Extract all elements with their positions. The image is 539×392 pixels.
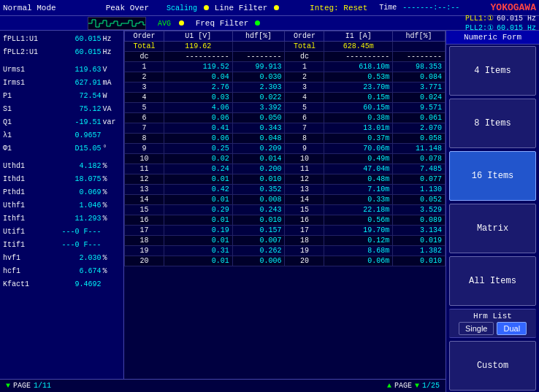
hdf-i-17: 0.019: [393, 236, 446, 246]
btn-single[interactable]: Single: [459, 322, 494, 335]
left-row-label: Ithf1: [3, 215, 53, 223]
hdf-i-2: 3.771: [393, 82, 446, 93]
time-label: Time: [379, 4, 397, 12]
left-row-value: 60.015: [55, 48, 102, 56]
col-hdf-u: hdf[%]: [232, 31, 285, 42]
table-row: 4 0.03 0.022 4 0.15m 0.024: [125, 93, 446, 103]
hrm-list-label: Hrm List: [473, 312, 512, 320]
line-filter-label: Line Filter: [215, 4, 268, 12]
btn-all-items[interactable]: All Items: [449, 256, 536, 306]
order-i-17: 18: [285, 236, 324, 246]
right-page-nav[interactable]: ▲ PAGE ▼ 1/25: [387, 382, 440, 390]
left-row: S1 75.12 VA: [0, 102, 123, 115]
dc-val-u: ----------: [164, 52, 232, 62]
val-i-7: 0.37m: [324, 134, 393, 144]
btn-matrix[interactable]: Matrix: [449, 204, 536, 253]
left-row-label: P1: [3, 92, 53, 100]
order-u-14: 15: [125, 205, 164, 215]
top-bar: Normal Mode Peak Over Scaling Line Filte…: [0, 0, 539, 16]
left-panel: fPLL1:U1 60.015 Hz fPLL2:U1 60.015 Hz Ur…: [0, 31, 124, 392]
val-i-1: 0.53m: [324, 72, 393, 82]
left-row-value: 60.015: [55, 35, 102, 43]
order-u-9: 10: [125, 154, 164, 164]
btn-dual[interactable]: Dual: [497, 322, 527, 335]
val-i-0: 618.10m: [324, 62, 393, 72]
harmonic-table: Order U1 [V] hdf[%] Order I1 [A] hdf[%] …: [124, 31, 446, 266]
hdf-i-6: 2.070: [393, 123, 446, 134]
val-u-15: 0.01: [164, 215, 232, 226]
time-value: -------:--:--: [402, 4, 459, 12]
left-row-unit: %: [102, 162, 121, 170]
left-row-label: Q1: [3, 118, 53, 126]
btn-8-items[interactable]: 8 Items: [449, 99, 536, 148]
left-row: Utif1 ---0 F---: [0, 225, 123, 238]
left-row-unit: W: [102, 92, 121, 100]
left-row-value: 1.046: [55, 201, 102, 210]
order-u-18: 19: [125, 246, 164, 256]
btn-16-items[interactable]: 16 Items: [449, 151, 536, 201]
peak-over-label: Peak Over: [106, 4, 149, 12]
right-page-down-arrow[interactable]: ▼: [415, 382, 419, 390]
numeric-form-header: Numeric Form: [446, 31, 539, 45]
order-u-13: 14: [125, 195, 164, 205]
order-u-4: 5: [125, 103, 164, 113]
second-bar: AVG Freq Filter PLL1:① 60.015 Hz PLL2:① …: [0, 16, 539, 31]
line-filter-dot: [274, 5, 279, 10]
hdf-u-17: 0.007: [232, 236, 285, 246]
pll1-value: 60.015 Hz: [497, 14, 536, 23]
left-row: Kfact1 9.4692: [0, 277, 123, 291]
val-u-1: 0.04: [164, 72, 232, 82]
hdf-i-0: 98.353: [393, 62, 446, 72]
hdf-i-14: 3.529: [393, 205, 446, 215]
val-i-9: 0.49m: [324, 154, 393, 164]
left-row: Q1 -19.51 var: [0, 115, 123, 128]
table-row: 10 0.02 0.014 10 0.49m 0.078: [125, 154, 446, 164]
table-row: 16 0.01 0.010 16 0.56m 0.089: [125, 215, 446, 226]
hdf-i-10: 7.485: [393, 164, 446, 174]
main-layout: fPLL1:U1 60.015 Hz fPLL2:U1 60.015 Hz Ur…: [0, 31, 539, 392]
val-u-9: 0.02: [164, 154, 232, 164]
btn-custom[interactable]: Custom: [449, 341, 536, 391]
table-row: 5 4.06 3.392 5 60.15m 9.571: [125, 103, 446, 113]
left-row-unit: %: [102, 175, 121, 183]
left-row-label: Φ1: [3, 145, 53, 153]
left-row-label: λ1: [3, 131, 53, 139]
left-row-label: S1: [3, 105, 53, 113]
order-u-0: 1: [125, 62, 164, 72]
left-row-label: Uthf1: [3, 201, 53, 210]
left-row: P1 72.54 W: [0, 89, 123, 102]
table-row: 15 0.29 0.243 15 22.18m 3.529: [125, 205, 446, 215]
hdf-u-13: 0.008: [232, 195, 285, 205]
order-i-7: 8: [285, 134, 324, 144]
total-label-u: Total: [125, 42, 164, 52]
hdf-u-1: 0.030: [232, 72, 285, 82]
left-row-value: D15.05: [55, 145, 102, 153]
order-i-2: 3: [285, 82, 324, 93]
order-u-16: 17: [125, 226, 164, 236]
left-page-arrow[interactable]: ▼: [6, 382, 10, 390]
order-u-10: 11: [125, 164, 164, 174]
left-row-value: 18.075: [55, 175, 102, 183]
dc-label-i: dc: [285, 52, 324, 62]
left-row-value: -19.51: [55, 118, 102, 126]
order-i-3: 4: [285, 93, 324, 103]
val-u-5: 0.06: [164, 113, 232, 123]
order-i-4: 5: [285, 103, 324, 113]
hdf-i-18: 1.382: [393, 246, 446, 256]
hdf-u-3: 0.022: [232, 93, 285, 103]
hdf-i-19: 0.010: [393, 256, 446, 266]
total-val-u: 119.62: [164, 42, 232, 52]
dc-hdf-i: --------: [393, 52, 446, 62]
left-page-nav[interactable]: ▼ PAGE 1/11: [6, 382, 51, 390]
right-page-up-arrow[interactable]: ▲: [387, 382, 391, 390]
btn-4-items[interactable]: 4 Items: [449, 46, 536, 96]
hdf-i-15: 0.089: [393, 215, 446, 226]
left-row-label: fPLL1:U1: [3, 35, 53, 43]
page-footer: ▼ PAGE 1/11 ▲ PAGE ▼ 1/25: [0, 379, 446, 392]
val-i-15: 0.56m: [324, 215, 393, 226]
order-u-15: 16: [125, 215, 164, 226]
left-row: Urms1 119.63 V: [0, 63, 123, 76]
hdf-i-1: 0.084: [393, 72, 446, 82]
left-row-value: 11.293: [55, 215, 102, 223]
table-container: Order U1 [V] hdf[%] Order I1 [A] hdf[%] …: [124, 31, 446, 266]
